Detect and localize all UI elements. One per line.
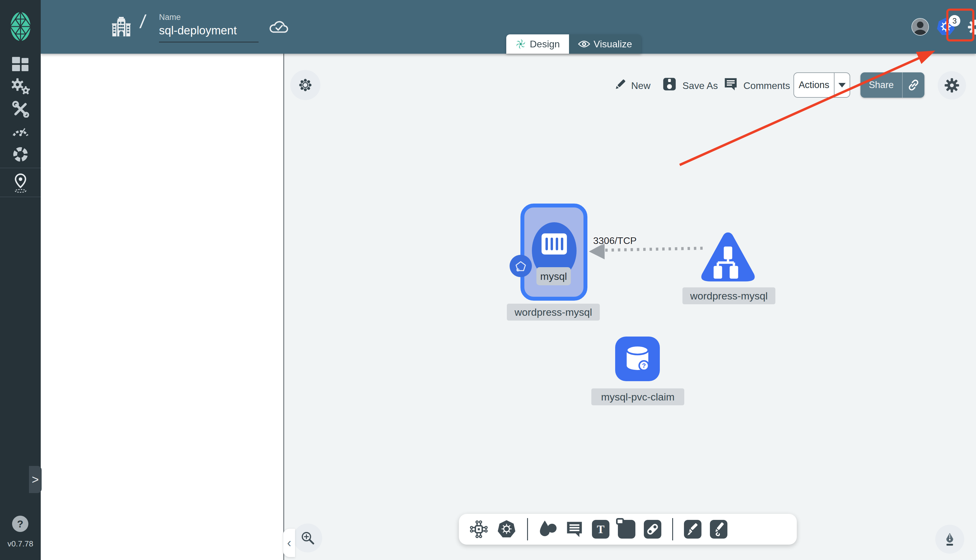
canvas-dock: T	[459, 514, 797, 545]
edge-pen-icon	[684, 521, 701, 537]
speedometer-icon	[12, 123, 30, 138]
meshery-logo[interactable]	[9, 11, 32, 42]
rail-divider	[0, 168, 41, 168]
design-name-underline	[159, 42, 259, 43]
organization-icon[interactable]	[111, 15, 132, 37]
components-icon[interactable]	[469, 520, 489, 539]
tab-design[interactable]: Design	[506, 34, 569, 54]
nav-rail: ? v0.7.78 >	[0, 0, 41, 560]
deployment-node-label[interactable]: wordpress-mysql	[507, 304, 600, 320]
map-pin-icon	[13, 173, 28, 193]
tab-visualize-label: Visualize	[594, 38, 632, 50]
text-tool-icon: T	[597, 523, 604, 536]
settings-gear-icon[interactable]	[968, 19, 976, 35]
shapes-tool-icon[interactable]	[539, 520, 557, 538]
cloud-sync-icon[interactable]	[268, 19, 289, 35]
dock-divider	[672, 518, 673, 540]
edge-port-label[interactable]: 3306/TCP	[593, 235, 637, 247]
sidebar-item-configuration[interactable]	[0, 101, 41, 118]
eye-icon	[578, 40, 590, 48]
kubernetes-tool-icon[interactable]	[497, 520, 516, 538]
help-button[interactable]: ?	[12, 516, 28, 532]
kubernetes-context-switcher[interactable]: 3	[936, 17, 965, 39]
meshery-app: / Name sql-deployment	[0, 0, 976, 560]
diagram-edges	[284, 54, 976, 560]
sidebar-item-extensions[interactable]	[0, 146, 41, 163]
sidebar-item-dashboard[interactable]	[0, 57, 41, 73]
link-tool[interactable]	[644, 520, 661, 538]
avatar-photo	[912, 19, 928, 35]
annotation-tool-icon[interactable]	[566, 520, 584, 538]
node-service-wordpress-mysql[interactable]	[699, 231, 757, 283]
pen-nib-icon	[943, 532, 957, 547]
tools-icon	[12, 101, 29, 118]
node-pvc-mysql[interactable]: ?	[615, 337, 660, 381]
pvc-node-label[interactable]: mysql-pvc-claim	[591, 388, 684, 405]
dashboard-icon	[12, 57, 29, 73]
svg-text:?: ?	[642, 362, 646, 369]
design-pen-button[interactable]	[935, 525, 964, 554]
service-node-label[interactable]: wordpress-mysql	[682, 287, 775, 304]
sidebar-item-kanvas[interactable]	[0, 173, 41, 193]
text-tool[interactable]: T	[592, 520, 609, 538]
tab-visualize[interactable]: Visualize	[569, 34, 641, 54]
design-name-input[interactable]: sql-deployment	[159, 24, 237, 37]
pentagon-icon	[514, 259, 527, 273]
gears-icon	[11, 78, 30, 95]
mesh-fragment-icon	[12, 146, 29, 163]
zoom-in-icon	[300, 531, 315, 545]
design-spiral-icon	[515, 38, 526, 50]
dock-divider	[527, 518, 528, 540]
edge-pen-tool[interactable]	[684, 520, 701, 538]
container-icon	[542, 233, 567, 255]
zoom-in-button[interactable]	[293, 523, 322, 552]
sidebar-item-lifecycle[interactable]	[0, 78, 41, 95]
link-tool-icon	[644, 521, 661, 538]
view-mode-tabs: Design Visualize	[506, 34, 641, 54]
freehand-pen-tool[interactable]	[710, 520, 727, 538]
user-avatar[interactable]	[911, 18, 929, 36]
kubernetes-context-count: 3	[949, 15, 960, 27]
collapse-panel-handle[interactable]: ‹	[283, 528, 295, 557]
breadcrumb-separator: /	[139, 11, 147, 32]
deployment-badge[interactable]	[510, 255, 532, 277]
rectangle-tool[interactable]	[618, 520, 636, 538]
expand-sidebar-handle[interactable]: >	[29, 466, 42, 493]
rectangle-tool-icon	[616, 518, 624, 525]
design-name-label: Name	[159, 13, 181, 22]
freehand-pen-icon	[711, 521, 727, 537]
volume-cylinder-icon: ?	[622, 342, 653, 376]
designs-panel	[41, 54, 284, 560]
app-version: v0.7.78	[0, 539, 41, 548]
sidebar-item-performance[interactable]	[0, 123, 41, 138]
container-label[interactable]: mysql	[536, 267, 571, 285]
rail-divider	[0, 197, 41, 197]
tab-design-label: Design	[530, 38, 560, 50]
